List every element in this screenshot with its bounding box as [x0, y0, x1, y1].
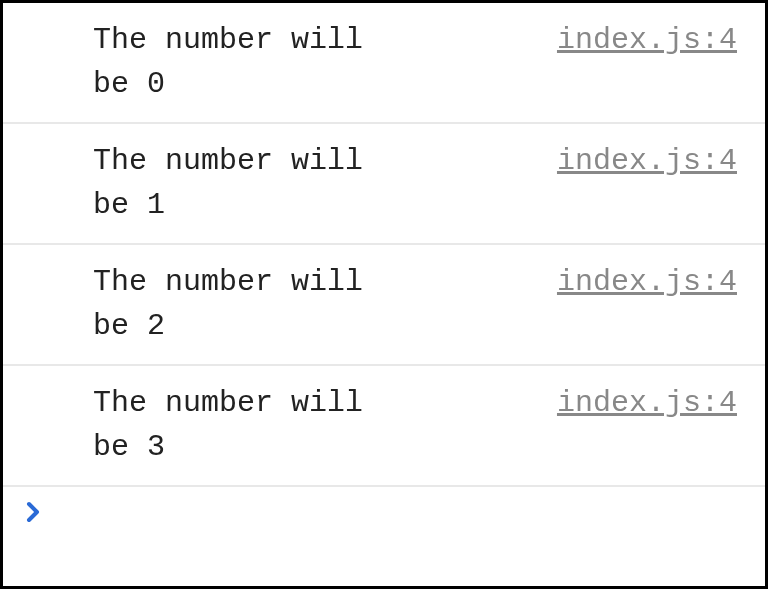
prompt-chevron-icon [21, 500, 45, 524]
console-log-source-link[interactable]: index.js:4 [557, 261, 737, 305]
console-log-entry: The number will be 3 index.js:4 [3, 366, 765, 487]
console-log-entry: The number will be 0 index.js:4 [3, 3, 765, 124]
console-log-message: The number will be 2 [93, 261, 413, 348]
console-log-message: The number will be 0 [93, 19, 413, 106]
console-log-message: The number will be 3 [93, 382, 413, 469]
console-log-entry: The number will be 2 index.js:4 [3, 245, 765, 366]
console-log-source-link[interactable]: index.js:4 [557, 382, 737, 426]
console-panel: The number will be 0 index.js:4 The numb… [3, 3, 765, 586]
console-log-message: The number will be 1 [93, 140, 413, 227]
console-log-source-link[interactable]: index.js:4 [557, 19, 737, 63]
console-log-entry: The number will be 1 index.js:4 [3, 124, 765, 245]
console-log-source-link[interactable]: index.js:4 [557, 140, 737, 184]
console-input[interactable] [55, 497, 747, 527]
console-prompt-row [3, 487, 765, 537]
